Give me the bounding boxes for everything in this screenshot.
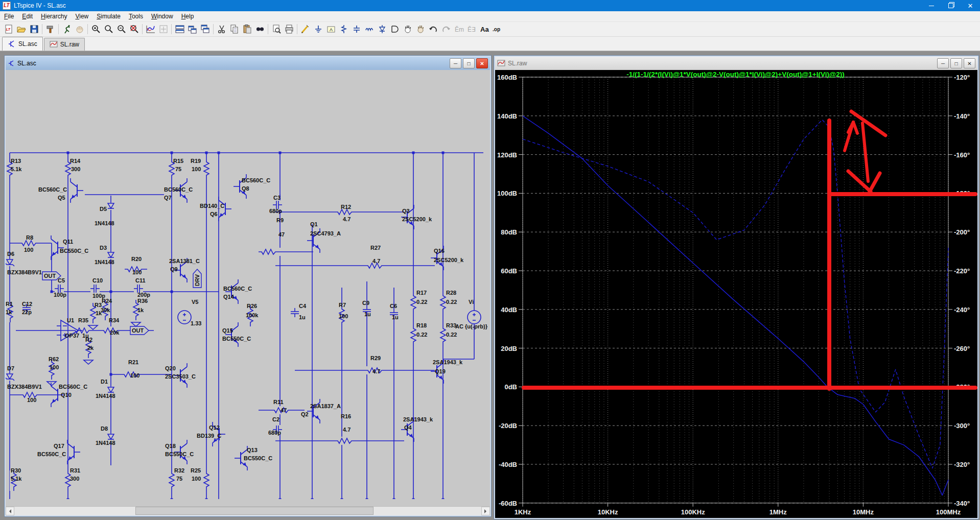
spice-directive-icon[interactable]: .op (491, 23, 503, 35)
draw-wire-icon[interactable] (299, 23, 312, 35)
cascade-windows-icon[interactable] (199, 23, 212, 35)
schematic-hscrollbar (6, 506, 490, 515)
component-label: Q7 (164, 195, 172, 201)
y-left-label: 140dB (497, 112, 517, 120)
restore-button[interactable] (941, 0, 961, 11)
component-label: Q2 (301, 411, 309, 417)
place-capacitor-icon[interactable] (350, 23, 363, 35)
open-file-icon[interactable] (15, 23, 28, 35)
tab-sl-asc[interactable]: SL.asc (2, 37, 43, 51)
toolbar-separator (213, 24, 214, 34)
zoom-full-extents-icon[interactable] (128, 23, 141, 35)
child-close-button[interactable]: ✕ (964, 58, 975, 68)
autorange-y-icon[interactable] (144, 23, 157, 35)
schematic-canvas[interactable]: OUTOUTDRVR135.1kR14300R1575R19100BC560C_… (6, 70, 489, 499)
menu-edit[interactable]: Edit (18, 12, 37, 21)
component-label: C9 (362, 300, 369, 306)
run-simulation-icon[interactable] (60, 23, 73, 35)
menu-view[interactable]: View (71, 12, 92, 21)
component-label: R8 (26, 234, 33, 241)
control-panel-icon[interactable] (44, 23, 57, 35)
component-label: 75 (175, 166, 181, 172)
close-button[interactable]: ✕ (961, 0, 980, 11)
tile-horizontal-icon[interactable] (186, 23, 199, 35)
menu-help[interactable]: Help (177, 12, 198, 21)
scroll-thumb[interactable] (135, 507, 374, 515)
child-restore-button[interactable]: □ (463, 58, 475, 68)
find-icon[interactable] (253, 23, 266, 35)
child-close-button[interactable]: ✕ (476, 58, 488, 68)
main-title-bar: LT LTspice IV - SL.asc ✕ (0, 0, 980, 11)
place-component-icon[interactable] (388, 23, 401, 35)
component-label: 2k (87, 345, 94, 351)
component-label: 680p (268, 430, 281, 436)
undo-icon[interactable] (427, 23, 439, 35)
print-icon[interactable] (283, 23, 295, 35)
zoom-area-icon[interactable] (102, 23, 115, 35)
copy-icon[interactable] (228, 23, 241, 35)
component-label: BZX384B9V1 (7, 384, 42, 390)
menu-simulate[interactable]: Simulate (92, 12, 125, 21)
component-label: R15 (173, 158, 183, 164)
component-label: R24 (102, 298, 112, 304)
component-label: D1 (101, 379, 108, 385)
component-label: 300 (71, 166, 80, 172)
place-ground-icon[interactable] (312, 23, 324, 35)
zoom-out-icon[interactable] (115, 23, 128, 35)
child-minimize-button[interactable]: ─ (450, 58, 461, 68)
move-icon[interactable] (401, 23, 414, 35)
schematic-window: SL.asc ─ □ ✕ OUTOUTDRVR135.1kR14300R1575… (4, 55, 492, 517)
y-left-label: 80dB (501, 228, 517, 236)
component-label: 0.22 (446, 332, 457, 338)
component-label: BC560C_C (59, 384, 87, 390)
place-inductor-icon[interactable] (363, 23, 376, 35)
new-schematic-icon[interactable]: LT (2, 23, 15, 35)
place-diode-icon[interactable] (376, 23, 388, 35)
pan-icon (157, 23, 170, 35)
menu-file[interactable]: File (0, 12, 18, 21)
place-resistor-icon[interactable] (337, 23, 350, 35)
component-label: R26 (247, 303, 257, 309)
component-label: Vi (469, 299, 474, 305)
scroll-track[interactable] (14, 507, 481, 515)
red-annotation-line (870, 173, 880, 192)
drag-icon[interactable] (414, 23, 427, 35)
menu-hierarchy[interactable]: Hierarchy (37, 12, 71, 21)
child-restore-button[interactable]: □ (950, 58, 962, 68)
y-right-label: -220° (954, 267, 970, 275)
schematic-window-titlebar[interactable]: SL.asc ─ □ ✕ (6, 57, 490, 70)
y-right-label: -240° (954, 306, 970, 314)
waveform-window-titlebar[interactable]: SL.raw ─ □ ✕ (495, 57, 977, 70)
child-minimize-button[interactable]: ─ (937, 58, 949, 68)
tile-vertical-icon[interactable] (173, 23, 186, 35)
scroll-right-button[interactable] (481, 507, 490, 515)
component-label: R32 (174, 467, 184, 474)
component-label: Q14 (223, 294, 235, 300)
zoom-in-icon[interactable] (89, 23, 102, 35)
component-label: C12 (22, 301, 32, 307)
print-preview-icon[interactable] (270, 23, 283, 35)
red-annotation-line (853, 122, 857, 133)
redo-icon (439, 23, 452, 35)
component-label: 1N4148 (95, 259, 114, 265)
component-label: BC560C_C (164, 186, 193, 193)
save-icon[interactable] (28, 23, 40, 35)
minimize-button[interactable] (922, 0, 941, 11)
scroll-left-button[interactable] (6, 507, 14, 515)
component-label: R12 (341, 204, 351, 210)
component-label: 0.22 (416, 332, 427, 338)
component-label: 47 (281, 407, 287, 413)
waveform-plot[interactable]: 1KHz10KHz100KHz1MHz10MHz100MHz160dB-120°… (495, 70, 977, 518)
paste-icon (241, 23, 253, 35)
tab-sl-raw[interactable]: SL.raw (44, 38, 85, 51)
component-label: Q4 (404, 424, 412, 431)
toolbar-separator (142, 24, 143, 34)
menu-window[interactable]: Window (147, 12, 177, 21)
component-label: R27 (370, 245, 381, 251)
toolbar-separator (268, 24, 268, 34)
cut-icon[interactable] (215, 23, 228, 35)
tab-label: SL.raw (60, 41, 79, 48)
place-label-icon[interactable]: A (324, 23, 337, 35)
place-text-icon[interactable]: Aa (478, 23, 491, 35)
menu-tools[interactable]: Tools (125, 12, 147, 21)
